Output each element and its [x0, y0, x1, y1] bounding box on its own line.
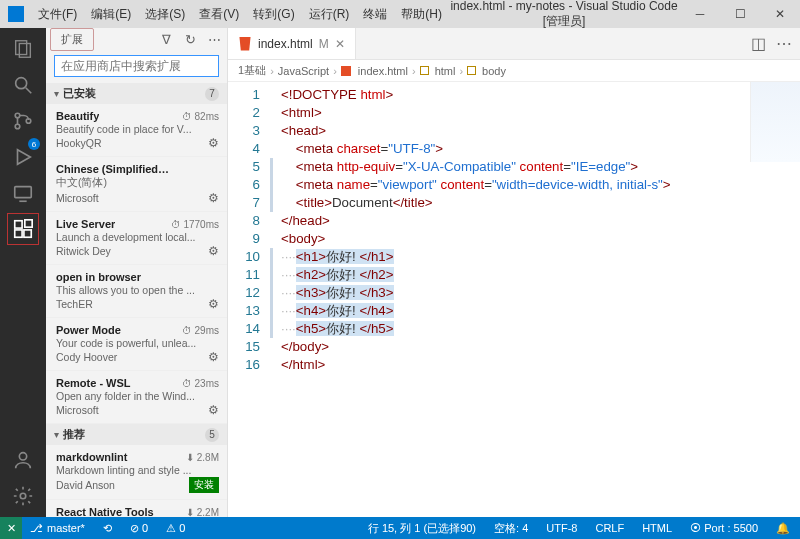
scm-badge: 6	[28, 138, 40, 150]
extension-search-input[interactable]	[54, 55, 219, 77]
remote-indicator[interactable]: ✕	[0, 517, 22, 539]
html-file-icon	[341, 66, 351, 76]
indent-status[interactable]: 空格: 4	[490, 521, 532, 536]
svg-rect-8	[15, 187, 32, 198]
cursor-position[interactable]: 行 15, 列 1 (已选择90)	[364, 521, 480, 536]
status-bar: ✕ ⎇ master* ⟲ ⊘ 0 ⚠ 0 行 15, 列 1 (已选择90) …	[0, 517, 800, 539]
extension-gear-icon[interactable]: ⚙	[208, 191, 219, 205]
tab-index-html[interactable]: index.html M ✕	[228, 28, 356, 59]
errors-count[interactable]: ⊘ 0	[126, 522, 152, 535]
git-branch[interactable]: ⎇ master*	[26, 522, 89, 535]
tab-more-icon[interactable]: ⋯	[776, 34, 792, 53]
extensions-sidebar: 扩展 ∇ ↻ ⋯ ▾ 已安装 7 Beautify⏱ 82msBeautify …	[46, 28, 228, 517]
section-installed[interactable]: ▾ 已安装 7	[46, 83, 227, 104]
account-icon[interactable]	[10, 447, 36, 473]
breadcrumb-item[interactable]: body	[482, 65, 506, 77]
menu-terminal[interactable]: 终端	[357, 6, 393, 23]
breadcrumb-item[interactable]: index.html	[358, 65, 408, 77]
refresh-icon[interactable]: ↻	[181, 31, 199, 49]
install-button[interactable]: 安装	[189, 477, 219, 493]
window-title: index.html - my-notes - Visual Studio Co…	[448, 0, 680, 30]
sync-icon[interactable]: ⟲	[99, 522, 116, 535]
breadcrumb-item[interactable]: 1基础	[238, 63, 266, 78]
extension-gear-icon[interactable]: ⚙	[208, 403, 219, 417]
title-bar: 文件(F) 编辑(E) 选择(S) 查看(V) 转到(G) 运行(R) 终端 帮…	[0, 0, 800, 28]
window-minimize[interactable]: ─	[680, 0, 720, 28]
chevron-down-icon: ▾	[54, 429, 59, 440]
minimap[interactable]	[750, 82, 800, 162]
svg-marker-7	[18, 150, 31, 165]
menu-run[interactable]: 运行(R)	[303, 6, 356, 23]
svg-point-4	[15, 113, 20, 118]
vscode-logo-icon	[8, 6, 24, 22]
live-server-port[interactable]: ⦿ Port : 5500	[686, 522, 762, 534]
search-icon[interactable]	[10, 72, 36, 98]
extension-desc: Launch a development local...	[56, 231, 219, 243]
installed-count: 7	[205, 87, 219, 101]
language-mode[interactable]: HTML	[638, 522, 676, 534]
extension-item[interactable]: Remote - WSL⏱ 23msOpen any folder in the…	[46, 371, 227, 424]
extension-gear-icon[interactable]: ⚙	[208, 297, 219, 311]
extension-publisher: Microsoft	[56, 404, 99, 416]
menu-help[interactable]: 帮助(H)	[395, 6, 448, 23]
window-maximize[interactable]: ☐	[720, 0, 760, 28]
svg-point-14	[19, 453, 26, 460]
html-file-icon	[238, 37, 252, 51]
extension-name: Power Mode	[56, 324, 121, 336]
notifications-icon[interactable]: 🔔	[772, 522, 794, 535]
extension-name: React Native Tools	[56, 506, 154, 517]
extension-gear-icon[interactable]: ⚙	[208, 244, 219, 258]
breadcrumb-item[interactable]: html	[435, 65, 456, 77]
tab-close-icon[interactable]: ✕	[335, 37, 345, 51]
extension-item[interactable]: Power Mode⏱ 29msYour code is powerful, u…	[46, 318, 227, 371]
extension-item[interactable]: React Native Tools⬇ 2.2MDebugging and in…	[46, 500, 227, 517]
extension-desc: Your code is powerful, unlea...	[56, 337, 219, 349]
breadcrumb-item[interactable]: JavaScript	[278, 65, 329, 77]
more-icon[interactable]: ⋯	[205, 31, 223, 49]
remote-icon[interactable]	[10, 180, 36, 206]
menu-edit[interactable]: 编辑(E)	[85, 6, 137, 23]
extension-item[interactable]: Chinese (Simplified) Lan...中文(简体)Microso…	[46, 157, 227, 212]
menu-file[interactable]: 文件(F)	[32, 6, 83, 23]
explorer-icon[interactable]	[10, 36, 36, 62]
extension-item[interactable]: markdownlint⬇ 2.8MMarkdown linting and s…	[46, 445, 227, 500]
extension-name: Beautify	[56, 110, 99, 122]
extension-item[interactable]: Beautify⏱ 82msBeautify code in place for…	[46, 104, 227, 157]
svg-point-5	[15, 124, 20, 129]
settings-gear-icon[interactable]	[10, 483, 36, 509]
activity-bar: 6	[0, 28, 46, 517]
svg-line-3	[26, 88, 32, 94]
extensions-icon[interactable]	[10, 216, 36, 242]
window-close[interactable]: ✕	[760, 0, 800, 28]
extension-desc: Beautify code in place for V...	[56, 123, 219, 135]
menu-go[interactable]: 转到(G)	[247, 6, 300, 23]
section-recommended[interactable]: ▾ 推荐 5	[46, 424, 227, 445]
extension-name: Chinese (Simplified) Lan...	[56, 163, 171, 175]
extension-name: Live Server	[56, 218, 115, 230]
code-body[interactable]: <!DOCTYPE html><html><head> <meta charse…	[273, 82, 800, 517]
menu-bar: 文件(F) 编辑(E) 选择(S) 查看(V) 转到(G) 运行(R) 终端 帮…	[32, 6, 448, 23]
tab-label: index.html	[258, 37, 313, 51]
encoding-status[interactable]: UTF-8	[542, 522, 581, 534]
code-editor[interactable]: 12345678910111213141516 <!DOCTYPE html><…	[228, 82, 800, 517]
extension-name: markdownlint	[56, 451, 128, 463]
extension-item[interactable]: open in browserThis allows you to open t…	[46, 265, 227, 318]
svg-rect-12	[24, 230, 31, 237]
warnings-count[interactable]: ⚠ 0	[162, 522, 189, 535]
extension-gear-icon[interactable]: ⚙	[208, 350, 219, 364]
menu-select[interactable]: 选择(S)	[139, 6, 191, 23]
eol-status[interactable]: CRLF	[591, 522, 628, 534]
source-control-icon[interactable]	[10, 108, 36, 134]
extension-stat: ⬇ 2.8M	[186, 452, 219, 463]
breadcrumb[interactable]: 1基础› JavaScript› index.html› html› body	[228, 60, 800, 82]
editor-area: index.html M ✕ ◫ ⋯ 1基础› JavaScript› inde…	[228, 28, 800, 517]
extension-item[interactable]: Live Server⏱ 1770msLaunch a development …	[46, 212, 227, 265]
menu-view[interactable]: 查看(V)	[193, 6, 245, 23]
split-editor-icon[interactable]: ◫	[751, 34, 766, 53]
section-recommended-label: 推荐	[63, 427, 85, 442]
filter-icon[interactable]: ∇	[157, 31, 175, 49]
extension-gear-icon[interactable]: ⚙	[208, 136, 219, 150]
extension-publisher: Cody Hoover	[56, 351, 117, 363]
extension-stat: ⏱ 29ms	[182, 325, 219, 336]
extension-desc: Open any folder in the Wind...	[56, 390, 219, 402]
